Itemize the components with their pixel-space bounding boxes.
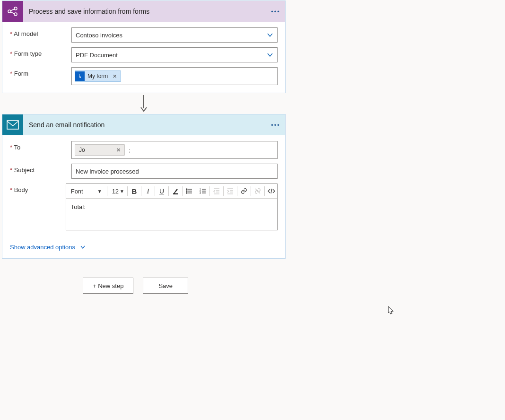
form-input[interactable]: My form ✕ [71, 67, 278, 85]
mail-icon [2, 114, 23, 135]
italic-button[interactable]: I [142, 185, 154, 197]
form-type-select[interactable]: PDF Document [71, 47, 278, 62]
number-list-button[interactable]: 123 [197, 185, 209, 197]
field-label-form-type: * Form type [10, 47, 71, 57]
unlink-button[interactable] [252, 185, 263, 197]
new-step-button[interactable]: + New step [83, 278, 133, 294]
svg-point-10 [186, 191, 187, 192]
card-header[interactable]: Process and save information from forms … [2, 1, 285, 22]
action-card-send-email: Send an email notification ••• * To Jo ✕… [2, 114, 286, 259]
svg-rect-6 [7, 121, 18, 129]
ai-builder-icon [2, 1, 23, 22]
svg-point-8 [186, 189, 187, 190]
code-view-button[interactable] [266, 185, 277, 197]
token-remove[interactable]: ✕ [111, 73, 119, 79]
rte-toolbar: Font▼ 12▼ B I U [66, 184, 277, 199]
svg-point-12 [186, 192, 187, 193]
svg-text:3: 3 [200, 192, 201, 194]
card-title: Send an email notification [23, 121, 266, 129]
svg-line-3 [11, 9, 15, 11]
chevron-down-icon [267, 52, 273, 58]
link-button[interactable] [238, 185, 250, 197]
body-content[interactable]: Total: [66, 199, 277, 230]
recipient-chip[interactable]: Jo ✕ [75, 144, 125, 156]
ai-model-select[interactable]: Contoso invoices [71, 27, 278, 43]
touch-icon [75, 71, 85, 81]
card-menu-button[interactable]: ••• [266, 122, 285, 129]
svg-line-29 [271, 189, 272, 193]
font-color-button[interactable] [170, 185, 181, 197]
svg-point-1 [14, 7, 17, 10]
card-header[interactable]: Send an email notification ••• [2, 114, 285, 135]
card-title: Process and save information from forms [23, 8, 266, 15]
show-advanced-link[interactable]: Show advanced options [10, 244, 86, 251]
field-label-ai-model: * AI model [10, 27, 71, 37]
chevron-down-icon [80, 245, 86, 250]
svg-line-4 [11, 12, 15, 14]
font-family-select[interactable]: Font▼ [66, 184, 106, 198]
dynamic-content-token[interactable]: My form ✕ [75, 70, 121, 82]
field-label-to: * To [10, 141, 71, 151]
underline-button[interactable]: U [156, 185, 167, 197]
subject-input[interactable]: New invoice processed [71, 164, 278, 179]
save-button[interactable]: Save [143, 278, 188, 294]
bold-button[interactable]: B [129, 185, 140, 197]
svg-point-2 [14, 13, 17, 16]
field-label-subject: * Subject [10, 164, 71, 174]
font-size-select[interactable]: 12▼ [108, 184, 126, 198]
chevron-down-icon [267, 32, 273, 38]
body-editor: Font▼ 12▼ B I U [66, 184, 278, 230]
card-menu-button[interactable]: ••• [266, 8, 285, 15]
to-input[interactable]: Jo ✕ ; [71, 141, 278, 159]
separator: ; [129, 147, 131, 154]
outdent-button[interactable] [211, 185, 222, 197]
action-card-process-forms: Process and save information from forms … [2, 0, 286, 93]
field-label-body: * Body [10, 184, 66, 193]
svg-rect-7 [173, 193, 178, 194]
mouse-cursor [388, 306, 394, 315]
flow-arrow [2, 93, 286, 114]
token-remove[interactable]: ✕ [114, 147, 122, 153]
indent-button[interactable] [225, 185, 236, 197]
footer-buttons: + New step Save [83, 278, 505, 294]
svg-point-0 [8, 10, 11, 13]
bullet-list-button[interactable] [183, 185, 195, 197]
field-label-form: * Form [10, 67, 71, 77]
